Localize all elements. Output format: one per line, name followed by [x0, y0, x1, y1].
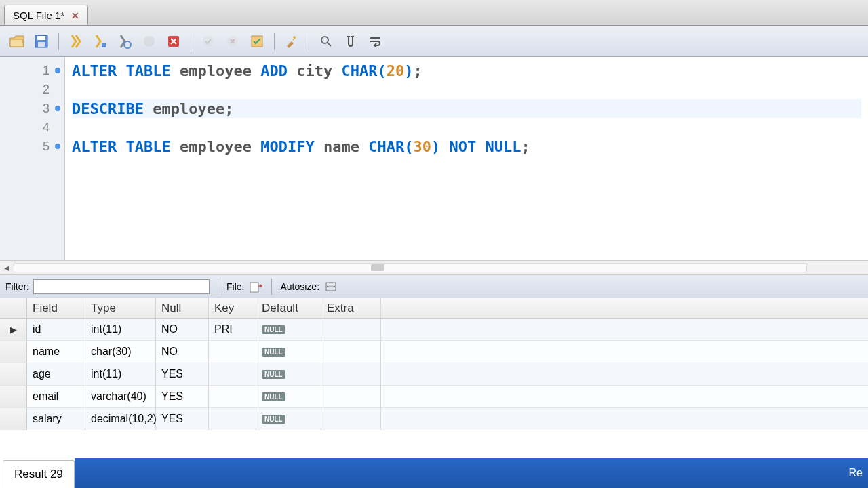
column-header-default[interactable]: Default — [256, 298, 321, 318]
column-header-key[interactable]: Key — [209, 298, 256, 318]
grid-cell[interactable] — [209, 341, 256, 363]
grid-cell[interactable] — [321, 319, 381, 340]
statement-marker-icon — [55, 68, 60, 73]
invisible-chars-button[interactable] — [340, 31, 361, 52]
scroll-left-icon[interactable]: ◄ — [0, 263, 14, 273]
code-line[interactable] — [72, 118, 861, 137]
code-line[interactable]: DESCRIBE employee; — [72, 99, 861, 118]
result-tab[interactable]: Result 29 — [3, 460, 75, 488]
autosize-icon[interactable] — [323, 280, 338, 293]
grid-cell[interactable] — [321, 386, 381, 407]
code-area[interactable]: ALTER TABLE employee ADD city CHAR(20);D… — [65, 57, 868, 260]
grid-cell[interactable]: varchar(40) — [85, 386, 156, 407]
rollback-button[interactable] — [222, 31, 243, 52]
beautify-button[interactable] — [281, 31, 302, 52]
close-icon[interactable]: ✕ — [71, 10, 79, 21]
separator — [58, 33, 59, 50]
grid-cell[interactable]: PRI — [209, 319, 256, 340]
word-wrap-button[interactable] — [365, 31, 385, 52]
grid-cell[interactable]: id — [27, 319, 85, 340]
grid-cell[interactable]: salary — [27, 408, 85, 430]
grid-cell[interactable]: email — [27, 386, 85, 407]
row-handle[interactable] — [0, 363, 27, 385]
grid-cell[interactable]: YES — [156, 363, 209, 385]
svg-point-5 — [144, 36, 155, 47]
grid-cell[interactable] — [321, 341, 381, 363]
svg-rect-1 — [37, 36, 45, 40]
column-header-field[interactable]: Field — [27, 298, 85, 318]
grid-cell[interactable]: int(11) — [85, 363, 156, 385]
commit-button[interactable] — [198, 31, 218, 52]
line-gutter: 12345 — [0, 57, 65, 260]
grid-cell[interactable] — [209, 408, 256, 430]
result-grid: Field Type Null Key Default Extra ▶idint… — [0, 298, 868, 430]
table-row[interactable]: ageint(11)YESNULL — [0, 363, 868, 386]
grid-cell[interactable]: name — [27, 341, 85, 363]
grid-cell[interactable]: age — [27, 363, 85, 385]
grid-cell[interactable]: NULL — [256, 408, 321, 430]
stop-button[interactable] — [139, 31, 159, 52]
svg-point-10 — [321, 37, 328, 43]
table-row[interactable]: salarydecimal(10,2)YESNULL — [0, 408, 868, 430]
table-row[interactable]: emailvarchar(40)YESNULL — [0, 386, 868, 408]
svg-rect-2 — [38, 42, 45, 47]
export-icon[interactable] — [248, 280, 263, 293]
grid-cell[interactable]: YES — [156, 386, 209, 407]
grid-cell[interactable]: NULL — [256, 319, 321, 340]
explain-button[interactable] — [115, 31, 135, 52]
sql-editor[interactable]: 12345 ALTER TABLE employee ADD city CHAR… — [0, 57, 868, 260]
grid-cell[interactable] — [209, 363, 256, 385]
column-header-extra[interactable]: Extra — [321, 298, 381, 318]
execute-step-button[interactable] — [90, 31, 111, 52]
code-line[interactable]: ALTER TABLE employee ADD city CHAR(20); — [72, 61, 861, 80]
find-button[interactable] — [316, 31, 336, 52]
column-header-null[interactable]: Null — [156, 298, 209, 318]
grid-cell[interactable]: NULL — [256, 363, 321, 385]
toolbar — [0, 26, 868, 57]
svg-rect-3 — [102, 43, 106, 47]
grid-cell[interactable]: NULL — [256, 341, 321, 363]
line-number: 5 — [0, 137, 64, 156]
row-handle-header — [0, 298, 27, 318]
separator — [271, 279, 272, 295]
grid-cell[interactable]: int(11) — [85, 319, 156, 340]
code-line[interactable]: ALTER TABLE employee MODIFY name CHAR(30… — [72, 137, 861, 156]
separator — [191, 33, 191, 50]
current-row-icon: ▶ — [10, 325, 17, 335]
table-row[interactable]: ▶idint(11)NOPRINULL — [0, 319, 868, 341]
null-badge: NULL — [262, 370, 285, 379]
grid-cell[interactable] — [321, 408, 381, 430]
grid-cell[interactable] — [209, 386, 256, 407]
autocommit-button[interactable] — [247, 31, 267, 52]
code-line[interactable] — [72, 80, 861, 99]
grid-cell[interactable]: NO — [156, 319, 209, 340]
scroll-track[interactable] — [14, 263, 807, 272]
statement-marker-icon — [55, 106, 60, 111]
grid-cell[interactable]: char(30) — [85, 341, 156, 363]
svg-line-11 — [328, 43, 331, 46]
status-fill: Re — [75, 458, 868, 488]
filter-input[interactable] — [33, 279, 210, 294]
execute-button[interactable] — [66, 31, 86, 52]
horizontal-scrollbar[interactable]: ◄ — [0, 260, 868, 275]
row-handle[interactable] — [0, 341, 27, 363]
grid-cell[interactable]: NULL — [256, 386, 321, 407]
save-button[interactable] — [31, 31, 52, 52]
status-bar: Result 29 Re — [0, 458, 868, 488]
column-header-type[interactable]: Type — [85, 298, 156, 318]
open-file-button[interactable] — [7, 31, 27, 52]
grid-cell[interactable]: YES — [156, 408, 209, 430]
grid-cell[interactable]: NO — [156, 341, 209, 363]
filter-bar: Filter: File: Autosize: — [0, 275, 868, 298]
file-tab[interactable]: SQL File 1* ✕ — [4, 5, 88, 25]
grid-cell[interactable] — [321, 363, 381, 385]
null-badge: NULL — [262, 415, 285, 424]
filter-label: Filter: — [5, 281, 29, 292]
row-handle[interactable]: ▶ — [0, 319, 27, 340]
row-handle[interactable] — [0, 408, 27, 430]
table-row[interactable]: namechar(30)NONULL — [0, 341, 868, 363]
scroll-thumb[interactable] — [371, 264, 384, 271]
row-handle[interactable] — [0, 386, 27, 407]
stop-all-button[interactable] — [163, 31, 184, 52]
grid-cell[interactable]: decimal(10,2) — [85, 408, 156, 430]
